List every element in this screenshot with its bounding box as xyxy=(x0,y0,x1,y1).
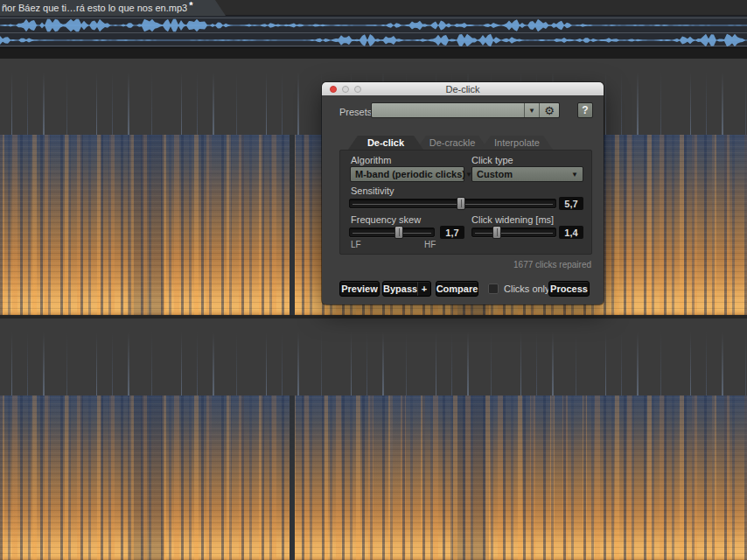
time-ruler-band xyxy=(0,47,747,59)
spectrogram-highfreq-zone xyxy=(0,318,747,396)
frequency-skew-value[interactable]: 1,7 xyxy=(440,226,464,239)
bypass-button-group: Bypass + xyxy=(382,281,431,297)
bypass-add-button[interactable]: + xyxy=(417,282,430,296)
tab-declick[interactable]: De-click xyxy=(348,136,423,150)
zoom-button[interactable] xyxy=(354,86,361,93)
app-window: ñor Báez que ti…rá esto lo que nos en.mp… xyxy=(0,0,747,560)
dialog-titlebar[interactable]: De-click xyxy=(322,82,604,95)
algorithm-dropdown[interactable]: M-band (periodic clicks) ▼ xyxy=(350,166,464,182)
process-button[interactable]: Process xyxy=(548,281,590,297)
clicks-only-checkbox[interactable] xyxy=(488,284,499,294)
bypass-button[interactable]: Bypass xyxy=(383,282,417,296)
algorithm-value: M-band (periodic clicks) xyxy=(355,169,465,179)
spectrogram-silence-gap xyxy=(290,396,295,560)
waveform-lane-right xyxy=(0,32,747,46)
click-widening-slider-handle[interactable] xyxy=(492,226,501,239)
sensitivity-slider[interactable] xyxy=(349,199,556,208)
chevron-down-icon[interactable]: ▼ xyxy=(524,103,539,117)
modified-indicator: * xyxy=(189,0,192,10)
spectrogram-channel-right[interactable] xyxy=(0,318,747,560)
tab-decrackle[interactable]: De-crackle xyxy=(416,136,488,150)
chevron-down-icon: ▼ xyxy=(571,171,578,178)
dialog-title: De-click xyxy=(445,84,479,94)
gear-icon[interactable]: ⚙ xyxy=(539,103,559,117)
module-tabs: De-click De-crackle Interpolate xyxy=(348,136,546,150)
sensitivity-value[interactable]: 5,7 xyxy=(559,197,583,210)
frequency-skew-label: Frequency skew xyxy=(351,214,421,225)
file-tab-bar: ñor Báez que ti…rá esto lo que nos en.mp… xyxy=(0,0,747,16)
click-type-label: Click type xyxy=(471,155,513,165)
algorithm-label: Algorithm xyxy=(351,155,391,165)
declick-settings-panel: Algorithm Click type M-band (periodic cl… xyxy=(339,150,592,255)
dialog-button-row: Preview Bypass + Compare Clicks only Pro… xyxy=(322,281,604,297)
traffic-lights xyxy=(330,86,361,93)
spectrogram-blue-overlay xyxy=(0,396,747,541)
lf-label: LF xyxy=(351,240,361,249)
click-widening-label: Click widening [ms] xyxy=(471,214,554,225)
sensitivity-label: Sensitivity xyxy=(351,186,394,196)
compare-button[interactable]: Compare xyxy=(436,281,478,297)
frequency-skew-slider[interactable] xyxy=(349,228,435,237)
spectrogram-silence-gap xyxy=(290,135,295,315)
presets-label: Presets xyxy=(339,107,372,117)
presets-dropdown[interactable]: ▼ ⚙ xyxy=(371,102,560,118)
preview-button[interactable]: Preview xyxy=(339,281,380,297)
clicks-repaired-status: 1677 clicks repaired xyxy=(513,260,591,270)
sensitivity-slider-handle[interactable] xyxy=(457,197,465,210)
waveform-overview[interactable] xyxy=(0,16,747,47)
tab-interpolate[interactable]: Interpolate xyxy=(481,136,553,150)
click-type-dropdown[interactable]: Custom ▼ xyxy=(471,166,583,182)
declick-dialog: De-click Presets ▼ ⚙ ? De-click De-crack… xyxy=(322,82,604,304)
clicks-only-label[interactable]: Clicks only xyxy=(504,284,550,294)
file-tab-label: ñor Báez que ti…rá esto lo que nos en.mp… xyxy=(2,3,187,13)
presets-value xyxy=(372,103,524,117)
close-button[interactable] xyxy=(330,86,337,93)
click-widening-slider[interactable] xyxy=(471,228,556,237)
minimize-button[interactable] xyxy=(342,86,349,93)
click-widening-value[interactable]: 1,4 xyxy=(559,226,583,239)
file-tab[interactable]: ñor Báez que ti…rá esto lo que nos en.mp… xyxy=(0,0,226,16)
waveform-lane-left xyxy=(0,18,747,32)
help-button[interactable]: ? xyxy=(577,102,593,118)
hf-label: HF xyxy=(424,240,436,249)
frequency-skew-slider-handle[interactable] xyxy=(394,226,403,239)
presets-row: Presets ▼ ⚙ ? xyxy=(322,95,604,130)
click-type-value: Custom xyxy=(477,169,513,179)
